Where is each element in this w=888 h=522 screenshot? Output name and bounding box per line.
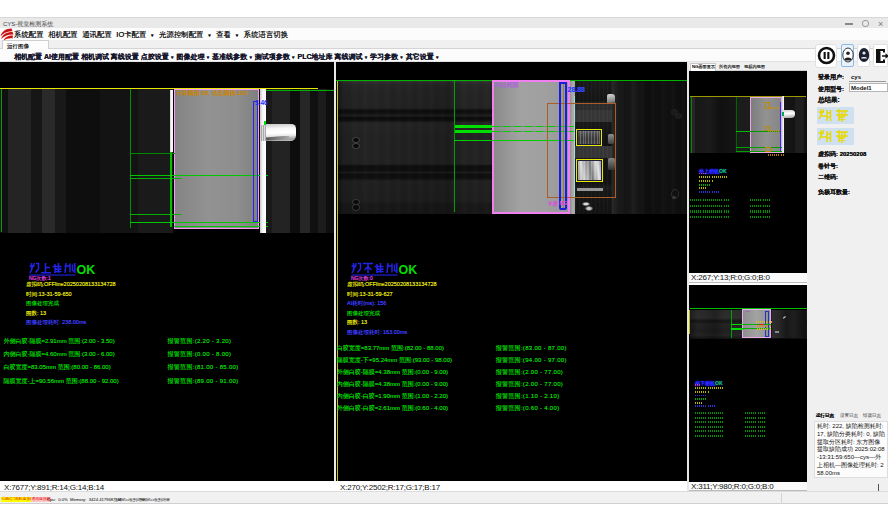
svg-text:OK: OK <box>77 263 96 277</box>
svg-text:OK: OK <box>399 263 418 277</box>
